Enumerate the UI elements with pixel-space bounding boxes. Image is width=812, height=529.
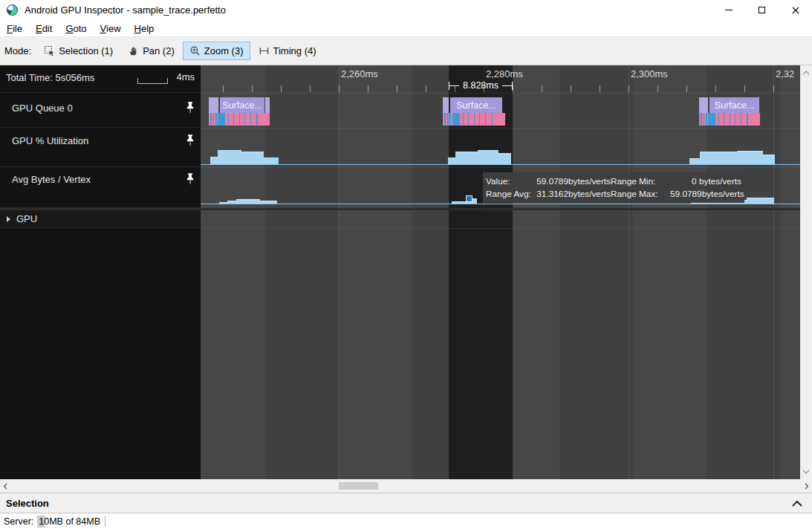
command-buffer-stripes[interactable] bbox=[699, 113, 760, 126]
menu-item-edit[interactable]: Edit bbox=[29, 22, 59, 36]
tooltip-label: Value: bbox=[486, 175, 527, 188]
scale-bracket-icon bbox=[137, 78, 168, 84]
selection-panel-title: Selection bbox=[6, 498, 49, 509]
utilization-area-step bbox=[218, 150, 241, 164]
ruler-tick bbox=[773, 85, 774, 92]
mode-button-label: Selection (1) bbox=[59, 45, 113, 56]
utilization-area-step bbox=[763, 155, 775, 164]
ruler-timestamp: 2,280ms bbox=[486, 68, 523, 79]
ruler-tick bbox=[397, 85, 397, 92]
app-logo-icon bbox=[7, 4, 18, 16]
pin-icon[interactable] bbox=[185, 101, 195, 114]
hovered-sample-marker bbox=[466, 195, 472, 202]
mode-button-timing[interactable]: Timing (4) bbox=[252, 42, 323, 60]
ruler-tick bbox=[657, 85, 658, 92]
mode-button-pan[interactable]: Pan (2) bbox=[121, 42, 181, 60]
ruler-tick bbox=[513, 85, 513, 92]
mode-button-label: Zoom (3) bbox=[204, 45, 244, 56]
avg-bytes-area-step bbox=[260, 201, 277, 204]
utilization-area-step bbox=[689, 158, 700, 164]
statusbar-separator bbox=[105, 516, 105, 527]
mode-button-zoom[interactable]: Zoom (3) bbox=[183, 42, 250, 60]
measure-line bbox=[449, 85, 459, 86]
avg-bytes-area-step bbox=[227, 201, 236, 204]
surface-event-block[interactable] bbox=[265, 97, 270, 113]
close-icon bbox=[792, 7, 799, 14]
scroll-up-icon[interactable] bbox=[802, 71, 810, 75]
maximize-icon bbox=[759, 7, 765, 13]
command-buffer-stripes[interactable] bbox=[443, 113, 505, 126]
horizontal-scrollbar[interactable] bbox=[0, 479, 812, 493]
track-label: Avg Bytes / Vertex bbox=[12, 174, 91, 185]
surface-event-block[interactable]: Surface... bbox=[220, 97, 264, 113]
mode-button-selection[interactable]: Selection (1) bbox=[37, 42, 120, 60]
zoom-mode-icon bbox=[189, 45, 201, 56]
surface-event-block[interactable] bbox=[699, 97, 708, 113]
tooltip-value: 0 bytes/verts bbox=[670, 175, 741, 188]
tooltip-value: 59.0789bytes/verts bbox=[527, 175, 611, 188]
total-time-label: Total Time: 5s056ms bbox=[6, 72, 94, 83]
track-row-gpu-queue-0[interactable]: GPU Queue 0 bbox=[0, 93, 201, 128]
track-separator bbox=[201, 128, 800, 129]
window-controls bbox=[712, 0, 812, 20]
scroll-down-icon[interactable] bbox=[802, 470, 810, 474]
avg-bytes-area-step bbox=[747, 198, 774, 204]
surface-event-block[interactable] bbox=[443, 97, 449, 113]
collapse-chevron-icon[interactable] bbox=[791, 500, 803, 507]
command-buffer-stripes[interactable] bbox=[209, 113, 270, 126]
utilization-area-step bbox=[264, 158, 279, 164]
menu-item-file[interactable]: File bbox=[0, 22, 29, 36]
menu-item-help[interactable]: Help bbox=[128, 22, 161, 36]
maximize-button[interactable] bbox=[745, 0, 779, 20]
mode-button-label: Pan (2) bbox=[143, 45, 175, 56]
scroll-right-icon[interactable] bbox=[805, 483, 809, 490]
ruler-tick bbox=[339, 85, 340, 92]
ruler-timestamp: 2,300ms bbox=[631, 68, 668, 79]
timeline-canvas[interactable]: 2,260ms2,280ms2,300ms2,32Surface...Surfa… bbox=[201, 65, 800, 479]
time-measurement: 8.828ms bbox=[449, 80, 513, 91]
value-tooltip: Value:59.0789bytes/vertsRange Min:0 byte… bbox=[483, 172, 744, 203]
surface-event-block[interactable]: Surface... bbox=[450, 97, 502, 113]
ruler-tick bbox=[571, 85, 571, 92]
ruler-tick bbox=[600, 85, 600, 92]
track-label: GPU Queue 0 bbox=[12, 103, 73, 114]
titlebar: Android GPU Inspector - sample_trace.per… bbox=[0, 0, 812, 20]
scroll-left-icon[interactable] bbox=[3, 483, 7, 490]
menu-item-view[interactable]: View bbox=[94, 22, 128, 36]
tooltip-label: Range Avg: bbox=[486, 188, 527, 201]
measure-line bbox=[502, 85, 512, 86]
minimize-icon bbox=[725, 10, 733, 10]
ruler-tick bbox=[310, 85, 311, 92]
ruler-tick bbox=[223, 85, 224, 92]
window-title: Android GPU Inspector - sample_trace.per… bbox=[25, 4, 226, 16]
gpu-group-row[interactable]: GPU bbox=[0, 210, 201, 228]
toolbar: Mode: Selection (1)Pan (2)Zoom (3)Timing… bbox=[0, 37, 812, 65]
pin-icon[interactable] bbox=[185, 172, 195, 186]
surface-event-block[interactable]: Surface... bbox=[709, 97, 759, 113]
close-button[interactable] bbox=[779, 0, 812, 20]
selection-mode-icon bbox=[44, 45, 55, 56]
vertical-scrollbar[interactable] bbox=[800, 65, 812, 479]
minimize-button[interactable] bbox=[712, 0, 745, 20]
utilization-area-step bbox=[498, 153, 511, 164]
menu-item-goto[interactable]: Goto bbox=[59, 22, 93, 36]
ruler-tick bbox=[281, 85, 282, 92]
track-row-gpu-utilization[interactable]: GPU % Utilization bbox=[0, 128, 201, 167]
scale-label: 4ms bbox=[176, 71, 195, 82]
tooltip-label: Range Min: bbox=[611, 175, 670, 188]
avg-bytes-area-step bbox=[236, 199, 260, 204]
avg-bytes-baseline bbox=[201, 204, 800, 204]
timeline-panel: 2,260ms2,280ms2,300ms2,32Surface...Surfa… bbox=[0, 65, 812, 479]
status-bar: Server: 10MB of 84MB bbox=[0, 513, 812, 529]
utilization-area-step bbox=[455, 152, 478, 164]
utilization-area-step bbox=[737, 151, 763, 164]
server-label: Server: bbox=[4, 516, 33, 527]
track-row-avg-bytes-vertex[interactable]: Avg Bytes / Vertex bbox=[0, 167, 201, 208]
mode-buttons: Mode: Selection (1)Pan (2)Zoom (3)Timing… bbox=[4, 37, 325, 65]
scrollbar-thumb[interactable] bbox=[339, 482, 378, 490]
track-label: GPU % Utilization bbox=[12, 135, 88, 146]
selection-panel-header[interactable]: Selection bbox=[0, 493, 812, 513]
expander-icon[interactable] bbox=[7, 216, 10, 222]
surface-event-block[interactable] bbox=[209, 97, 218, 113]
pin-icon[interactable] bbox=[185, 134, 195, 147]
